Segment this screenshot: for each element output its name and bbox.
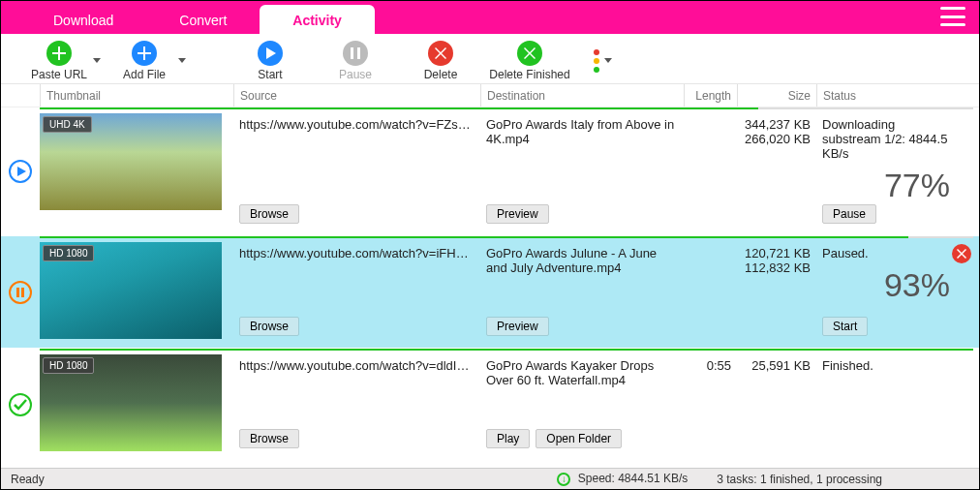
browse-button[interactable]: Browse (239, 317, 299, 336)
add-file-button[interactable]: Add File (115, 38, 173, 84)
size-value: 120,721 KB (745, 246, 811, 260)
quality-badge: UHD 4K (43, 116, 92, 133)
close-icon (957, 249, 966, 259)
svg-rect-0 (351, 47, 353, 59)
size-value: 25,591 KB (751, 358, 811, 373)
progress-bar (40, 107, 973, 109)
play-button[interactable]: Play (486, 429, 530, 448)
col-length[interactable]: Length (684, 84, 737, 107)
options-dropdown[interactable] (601, 38, 615, 84)
play-icon (264, 47, 276, 59)
col-size[interactable]: Size (737, 84, 816, 107)
check-status-icon (8, 392, 33, 417)
paste-url-button[interactable]: Paste URL (30, 38, 88, 84)
start-row-button[interactable]: Start (822, 317, 868, 336)
status-text: Paused. (822, 246, 950, 260)
table-row[interactable]: HD 1080 https://www.youtube.com/watch?v=… (1, 349, 979, 461)
remove-row-button[interactable] (952, 244, 971, 263)
status-text: Downloading substream 1/2: 4844.5 KB/s (822, 117, 950, 161)
plus-icon (52, 46, 66, 60)
options-icon[interactable] (594, 49, 599, 73)
main-tabs: Download Convert Activity (1, 1, 979, 34)
destination-filename: GoPro Awards Kayaker Drops Over 60 ft. W… (486, 358, 678, 387)
paste-url-dropdown[interactable] (90, 38, 104, 84)
percent-value: 93% (822, 266, 950, 304)
add-file-dropdown[interactable] (175, 38, 189, 84)
svg-rect-4 (16, 288, 19, 297)
play-status-icon (8, 159, 33, 184)
close-icon (524, 47, 536, 59)
pause-row-button[interactable]: Pause (822, 204, 876, 224)
start-button[interactable]: Start (241, 38, 299, 84)
col-status[interactable]: Status (816, 84, 979, 107)
size-value: 112,832 KB (745, 260, 811, 275)
source-url: https://www.youtube.com/watch?v=dldIBtsZ… (239, 358, 475, 373)
pause-status-icon (8, 280, 33, 305)
close-icon (435, 47, 446, 59)
tab-download[interactable]: Download (20, 5, 146, 34)
status-bar: Ready ↓ Speed: 4844.51 KB/s 3 tasks: 1 f… (1, 468, 979, 489)
delete-finished-button[interactable]: Delete Finished (487, 38, 572, 84)
status-ready: Ready (11, 473, 45, 486)
col-thumbnail[interactable]: Thumbnail (40, 84, 233, 107)
progress-bar (40, 236, 973, 238)
pause-icon (351, 47, 360, 59)
activity-list: UHD 4K https://www.youtube.com/watch?v=F… (1, 107, 979, 468)
plus-icon (138, 46, 151, 60)
quality-badge: HD 1080 (43, 357, 94, 374)
preview-button[interactable]: Preview (486, 204, 549, 224)
toolbar: Paste URL Add File Start Pause Delete De… (1, 34, 979, 84)
length-value: 0:55 (707, 358, 731, 373)
svg-rect-1 (357, 47, 360, 59)
browse-button[interactable]: Browse (239, 204, 299, 224)
size-value: 344,237 KB (745, 117, 811, 132)
status-speed: ↓ Speed: 4844.51 KB/s (557, 472, 688, 486)
col-source[interactable]: Source (233, 84, 480, 107)
status-tasks: 3 tasks: 1 finished, 1 processing (717, 473, 882, 486)
menu-icon[interactable] (940, 7, 965, 26)
quality-badge: HD 1080 (43, 245, 94, 261)
destination-filename: GoPro Awards Italy from Above in 4K.mp4 (486, 117, 678, 146)
browse-button[interactable]: Browse (239, 429, 299, 448)
source-url: https://www.youtube.com/watch?v=FZsxz9Zp… (239, 117, 475, 132)
source-url: https://www.youtube.com/watch?v=iFHN1bd5… (239, 246, 475, 260)
table-row[interactable]: HD 1080 https://www.youtube.com/watch?v=… (1, 236, 979, 349)
status-text: Finished. (822, 358, 950, 373)
destination-filename: GoPro Awards Julune - A June and July Ad… (486, 246, 678, 275)
preview-button[interactable]: Preview (486, 317, 549, 336)
open-folder-button[interactable]: Open Folder (536, 429, 622, 448)
download-icon: ↓ (557, 473, 570, 486)
tab-activity[interactable]: Activity (260, 5, 375, 34)
svg-point-3 (10, 282, 31, 303)
table-row[interactable]: UHD 4K https://www.youtube.com/watch?v=F… (1, 107, 979, 236)
col-destination[interactable]: Destination (480, 84, 684, 107)
size-value: 266,020 KB (745, 132, 811, 146)
tab-convert[interactable]: Convert (146, 5, 260, 34)
svg-rect-5 (21, 288, 24, 297)
delete-button[interactable]: Delete (412, 38, 470, 84)
pause-button[interactable]: Pause (326, 38, 384, 84)
column-headers: Thumbnail Source Destination Length Size… (1, 84, 979, 107)
progress-bar (40, 349, 973, 351)
percent-value: 77% (822, 167, 950, 204)
